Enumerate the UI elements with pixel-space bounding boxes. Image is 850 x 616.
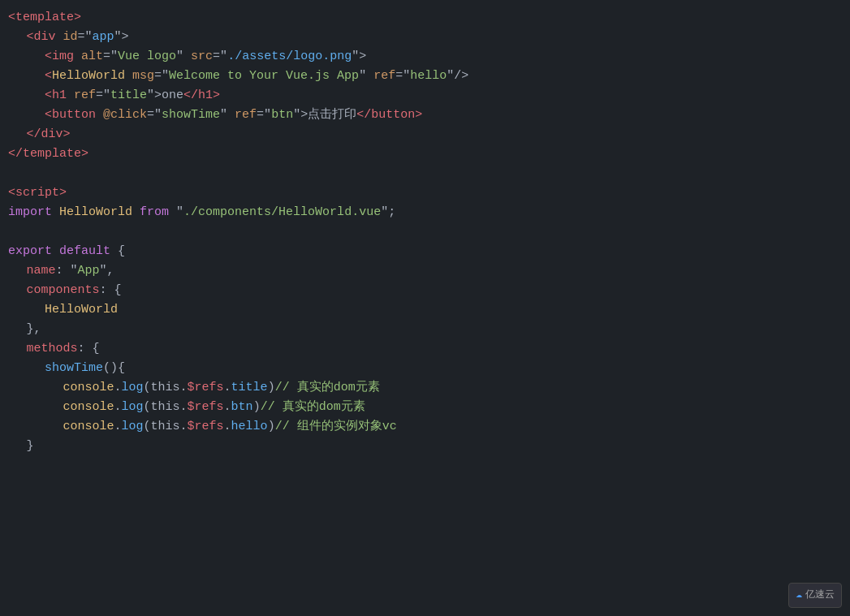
line-methods-prop: methods : { xyxy=(8,339,850,359)
line-helloworld-component: HelloWorld xyxy=(8,300,850,320)
watermark-logo-icon: ☁ xyxy=(796,587,802,604)
line-h1-tag: <h1 ref="title"> one </h1> xyxy=(8,86,850,106)
line-img-tag: <img alt="Vue logo" src="./assets/logo.p… xyxy=(8,47,850,67)
line-console-btn: console . log ( this. $refs . btn ) // 真… xyxy=(8,398,850,417)
watermark-text: 亿速云 xyxy=(805,588,835,603)
tag-template-open: <template> xyxy=(8,8,81,28)
line-div-open: <div id="app"> xyxy=(8,28,850,47)
line-console-title: console . log ( this. $refs . title ) //… xyxy=(8,378,850,398)
empty-line-2 xyxy=(8,222,850,242)
line-button-tag: <button @click="showTime" ref="btn"> 点击打… xyxy=(8,106,850,125)
line-div-close: </div> xyxy=(8,125,850,144)
line-components-close: }, xyxy=(8,320,850,339)
line-import: import HelloWorld from " ./components/He… xyxy=(8,203,850,222)
line-helloworld-tag: <HelloWorld msg="Welcome to Your Vue.js … xyxy=(8,67,850,86)
line-showtime-method: showTime (){ xyxy=(8,359,850,378)
code-editor: <template> <div id="app"> <img alt="Vue … xyxy=(0,0,850,616)
line-console-hello: console . log ( this. $refs . hello ) //… xyxy=(8,417,850,437)
line-export-default: export default { xyxy=(8,242,850,261)
line-components-prop: components : { xyxy=(8,281,850,300)
line-methods-close: } xyxy=(8,437,850,456)
line-template-close: </template> xyxy=(8,144,850,164)
empty-line-1 xyxy=(8,164,850,183)
line-name-prop: name : " App ", xyxy=(8,261,850,281)
line-script-open: <script> xyxy=(8,183,850,203)
watermark: ☁ 亿速云 xyxy=(788,583,842,608)
line-template-open: <template> xyxy=(8,8,850,28)
